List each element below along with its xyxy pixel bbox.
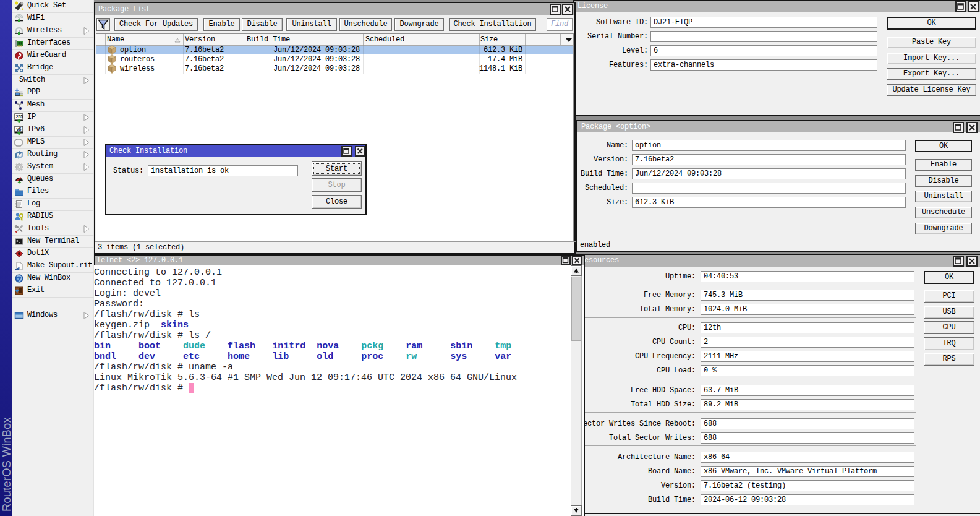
- svg-text:255: 255: [15, 114, 23, 119]
- svg-text:v6: v6: [16, 126, 21, 132]
